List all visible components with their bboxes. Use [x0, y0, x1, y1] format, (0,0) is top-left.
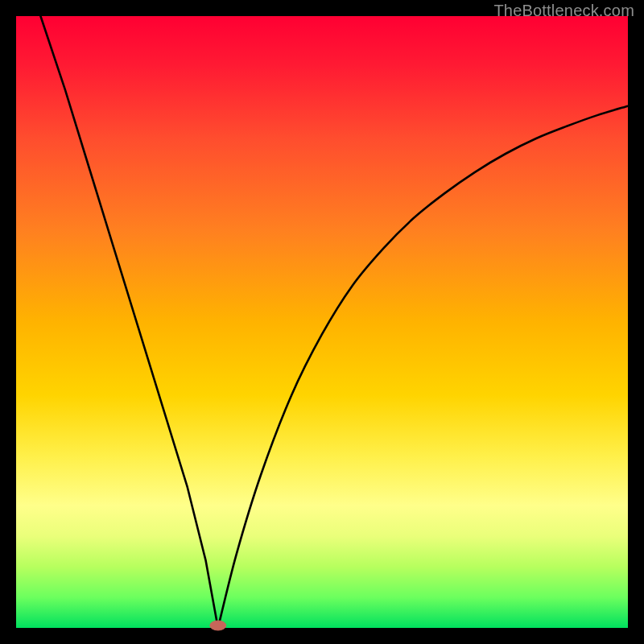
curve-right-branch — [218, 106, 628, 628]
curve-left-branch — [40, 16, 217, 628]
minimum-marker — [210, 621, 226, 630]
chart-frame: TheBottleneck.com — [0, 0, 644, 644]
curve-layer — [16, 16, 628, 628]
